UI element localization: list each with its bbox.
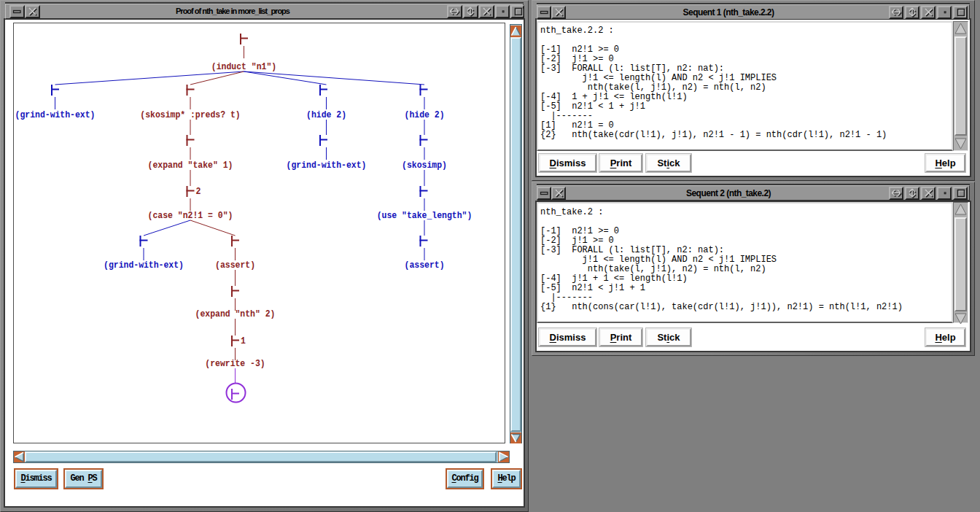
svg-text:(grind-with-ext): (grind-with-ext) xyxy=(104,260,184,271)
svg-text:(expand "nth" 2): (expand "nth" 2) xyxy=(195,309,276,319)
svg-text:(hide 2): (hide 2) xyxy=(405,110,445,120)
svg-text:(rewrite -3): (rewrite -3) xyxy=(205,359,265,369)
svg-text:(case "n2!1 = 0"): (case "n2!1 = 0") xyxy=(148,211,233,221)
svg-text:1: 1 xyxy=(241,336,246,346)
svg-text:(induct "n1"): (induct "n1") xyxy=(211,62,276,72)
svg-text:(use "take_length"): (use "take_length") xyxy=(377,211,472,221)
svg-text:(assert): (assert) xyxy=(405,260,445,271)
svg-text:(assert): (assert) xyxy=(215,260,255,271)
svg-text:(grind-with-ext): (grind-with-ext) xyxy=(15,110,96,120)
svg-text:(skosimp): (skosimp) xyxy=(402,160,447,171)
svg-text:(grind-with-ext): (grind-with-ext) xyxy=(287,160,367,171)
svg-text:(skosimp* :preds? t): (skosimp* :preds? t) xyxy=(140,110,240,120)
svg-text:(hide 2): (hide 2) xyxy=(306,110,346,120)
svg-text:2: 2 xyxy=(196,187,201,197)
svg-text:(expand "take" 1): (expand "take" 1) xyxy=(148,160,233,171)
